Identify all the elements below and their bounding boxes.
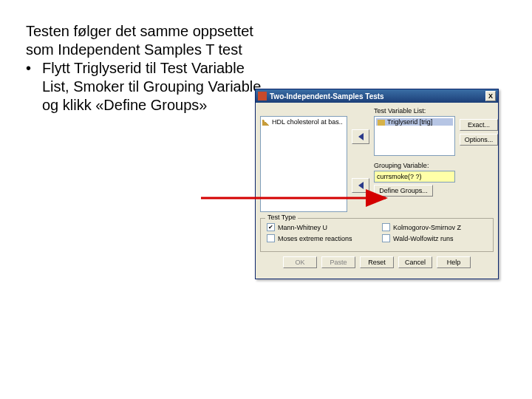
test-type-title: Test Type: [265, 214, 298, 221]
arrow-left-icon: [358, 182, 364, 189]
source-col: HDL cholesterol at bas..: [260, 107, 347, 212]
bullet-text: Flytt Triglyserid til Test Variable List…: [42, 59, 262, 115]
dialog-button-row: OK Paste Reset Cancel Help: [260, 252, 494, 274]
slide-text-block: Testen følger det samme oppsettet som In…: [26, 22, 262, 115]
options-button[interactable]: Options...: [460, 134, 498, 146]
checkbox-label: Moses extreme reactions: [278, 235, 352, 242]
move-to-test-list-button[interactable]: [352, 129, 369, 144]
test-variable-list[interactable]: Triglyserid [trig]: [374, 116, 455, 156]
paste-button[interactable]: Paste: [321, 256, 355, 268]
checkbox-label: Mann-Whitney U: [278, 224, 327, 231]
grouping-label: Grouping Variable:: [374, 162, 455, 169]
checkbox-mann-whitney[interactable]: [267, 223, 275, 231]
tvl-label: Test Variable List:: [374, 107, 455, 115]
list-item[interactable]: HDL cholesterol at bas..: [262, 118, 345, 126]
side-buttons: Exact... Options...: [460, 107, 498, 212]
intro-paragraph: Testen følger det samme oppsettet som In…: [26, 22, 262, 59]
ok-button[interactable]: OK: [283, 256, 317, 268]
targets-col: Test Variable List: Triglyserid [trig] G…: [374, 107, 455, 212]
checkbox-label: Kolmogorov-Smirnov Z: [393, 224, 461, 231]
grouping-variable-field[interactable]: currsmoke(? ?): [374, 171, 455, 183]
transfer-buttons: [352, 107, 369, 212]
define-groups-button[interactable]: Define Groups...: [374, 185, 433, 197]
help-button[interactable]: Help: [437, 256, 471, 268]
spss-dialog: Two-Independent-Samples Tests X HDL chol…: [255, 89, 499, 279]
scale-icon: [262, 120, 270, 126]
checkbox-label: Wald-Wolfowitz runs: [393, 235, 454, 242]
close-button[interactable]: X: [485, 91, 496, 101]
arrow-left-icon: [358, 133, 364, 140]
scale-icon: [378, 120, 385, 126]
cancel-button[interactable]: Cancel: [398, 256, 432, 268]
exact-button[interactable]: Exact...: [460, 119, 498, 131]
move-to-grouping-button[interactable]: [352, 178, 369, 193]
checkbox-moses[interactable]: [267, 234, 275, 242]
checkbox-wald-wolfowitz[interactable]: [382, 234, 390, 242]
list-item[interactable]: Triglyserid [trig]: [376, 118, 453, 126]
source-variable-list[interactable]: HDL cholesterol at bas..: [260, 116, 347, 212]
test-type-group: Test Type Mann-Whitney U Kolmogorov-Smir…: [260, 218, 494, 252]
titlebar: Two-Independent-Samples Tests X: [256, 89, 498, 103]
dialog-title: Two-Independent-Samples Tests: [270, 92, 384, 100]
checkbox-ks[interactable]: [382, 223, 390, 231]
reset-button[interactable]: Reset: [360, 256, 394, 268]
app-icon: [258, 92, 267, 100]
bullet-mark: •: [26, 59, 42, 115]
